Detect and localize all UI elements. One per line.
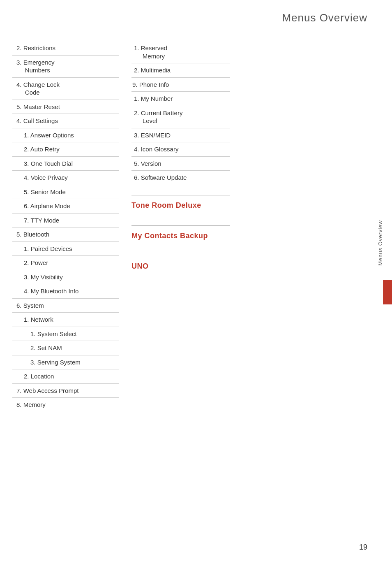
list-item: 6. System [12, 299, 119, 313]
tone-room-deluxe-label: Tone Room Deluxe [131, 200, 230, 216]
list-item: 2. Current Battery Level [131, 106, 230, 128]
uno-label: UNO [131, 260, 230, 276]
section-divider [131, 225, 230, 226]
page-number: 19 [359, 543, 367, 552]
right-column: 1. Reserved Memory 2. Multimedia 9. Phon… [131, 41, 230, 412]
list-item: 2. Set NAM [12, 341, 119, 355]
list-item: 1. Answer Options [12, 128, 119, 143]
list-item: 2. Multimedia [131, 63, 230, 78]
list-item: 1. Paired Devices [12, 242, 119, 256]
list-item: 2. Auto Retry [12, 142, 119, 157]
list-item: 4. My Bluetooth Info [12, 284, 119, 299]
main-content: 2. Restrictions 3. Emergency Numbers 4. … [12, 41, 359, 412]
list-item: 5. Senior Mode [12, 185, 119, 200]
list-item: 7. TTY Mode [12, 214, 119, 228]
my-contacts-backup-label: My Contacts Backup [131, 230, 230, 246]
list-item: 5. Version [131, 157, 230, 171]
left-column: 2. Restrictions 3. Emergency Numbers 4. … [12, 41, 119, 412]
sidebar-label-text: Menus Overview [376, 220, 383, 266]
list-item: 6. Software Update [131, 171, 230, 185]
list-item: 1. Reserved Memory [131, 41, 230, 63]
section-divider [131, 195, 230, 195]
list-item: 4. Change Lock Code [12, 78, 119, 100]
sidebar-label-container: Menus Overview [376, 197, 392, 288]
list-item: 1. My Number [131, 92, 230, 106]
list-item: 6. Airplane Mode [12, 199, 119, 214]
list-item: 2. Location [12, 369, 119, 384]
section-divider [131, 256, 230, 256]
list-item: 3. My Visibility [12, 270, 119, 285]
list-item: 8. Memory [12, 398, 119, 412]
list-item: 2. Power [12, 256, 119, 270]
list-item: 4. Voice Privacy [12, 171, 119, 185]
list-item: 3. ESN/MEID [131, 128, 230, 143]
page-title: Menus Overview [282, 12, 367, 24]
list-item: 4. Icon Glossary [131, 142, 230, 157]
list-item: 9. Phone Info [131, 78, 230, 92]
list-item: 2. Restrictions [12, 41, 119, 56]
list-item: 4. Call Settings [12, 114, 119, 128]
list-item: 3. One Touch Dial [12, 157, 119, 171]
list-item: 3. Serving System [12, 355, 119, 370]
list-item: 1. Network [12, 313, 119, 327]
list-item: 3. Emergency Numbers [12, 56, 119, 78]
list-item: 5. Bluetooth [12, 227, 119, 242]
list-item: 1. System Select [12, 327, 119, 341]
sidebar-red-bar [383, 280, 392, 304]
list-item: 7. Web Access Prompt [12, 384, 119, 398]
list-item: 5. Master Reset [12, 100, 119, 114]
